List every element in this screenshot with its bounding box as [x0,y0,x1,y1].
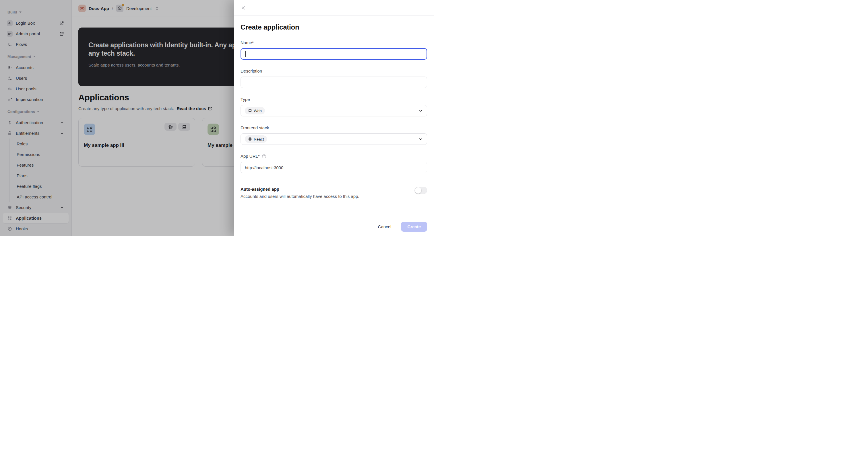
drawer-title: Create application [241,23,427,31]
frontend-stack-select[interactable]: React [241,133,427,145]
close-icon[interactable] [239,3,247,12]
auto-assigned-label: Auto-assigned app [241,187,360,192]
create-application-drawer: Create application Name* Description Typ… [234,0,434,236]
toggle-knob [415,187,422,194]
type-label: Type [241,97,427,102]
name-label: Name* [241,40,427,45]
drawer-body: Create application Name* Description Typ… [234,16,434,199]
cancel-button[interactable]: Cancel [378,224,392,229]
help-icon [262,154,267,159]
name-input[interactable] [241,48,427,60]
text-cursor [245,51,246,57]
drawer-footer: Cancel Create [234,217,434,236]
type-selected-pill: Web [245,107,265,114]
chevron-down-icon [418,137,423,141]
section-divider [241,181,427,181]
app-url-label: App URL* [241,154,427,159]
description-input[interactable] [241,76,427,88]
drawer-header [234,0,434,16]
auto-assigned-toggle[interactable] [414,187,427,194]
auto-assigned-description: Accounts and users will automatically ha… [241,194,360,199]
auto-assigned-row: Auto-assigned app Accounts and users wil… [241,187,427,199]
laptop-icon [248,109,252,113]
app-window: Build Login Box Admin portal [0,0,434,236]
description-label: Description [241,69,427,73]
type-select[interactable]: Web [241,105,427,116]
app-url-input[interactable]: http://localhost:3000 [241,162,427,173]
frontend-stack-selected-pill: React [245,135,267,143]
react-icon [248,137,252,141]
create-button[interactable]: Create [401,222,427,232]
frontend-stack-label: Frontend stack [241,125,427,130]
auto-assigned-text: Auto-assigned app Accounts and users wil… [241,187,360,199]
chevron-down-icon [418,109,423,113]
